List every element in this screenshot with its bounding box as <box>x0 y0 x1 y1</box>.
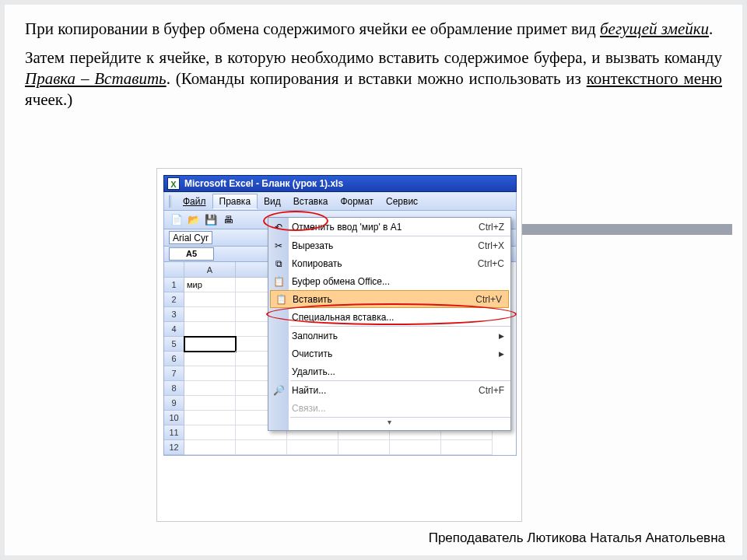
menu-item-paste-special[interactable]: Специальная вставка... <box>268 308 510 326</box>
menu-service[interactable]: Сервис <box>380 194 424 208</box>
scissors-icon: ✂ <box>272 240 286 251</box>
submenu-arrow-icon: ▶ <box>499 332 504 340</box>
col-header-a[interactable]: A <box>184 262 236 278</box>
copy-icon: ⧉ <box>272 258 286 269</box>
save-icon[interactable]: 💾 <box>203 212 219 228</box>
menu-view[interactable]: Вид <box>258 194 287 208</box>
cell[interactable] <box>184 425 236 440</box>
title-bar: X Microsoft Excel - Бланк (урок 1).xls <box>163 175 517 192</box>
menu-item-copy[interactable]: ⧉ Копировать Ctrl+C <box>268 254 510 272</box>
para1-em: бегущей змейки <box>600 19 709 38</box>
para2-text: Затем перейдите к ячейке, в которую необ… <box>25 48 722 67</box>
row-header[interactable]: 4 <box>164 322 184 337</box>
menu-item-clipboard[interactable]: 📋 Буфер обмена Office... <box>268 272 510 290</box>
cell[interactable] <box>184 381 236 396</box>
para2-em1: Правка – Вставить <box>25 69 167 88</box>
cell-a5-active[interactable] <box>184 337 236 352</box>
select-all-corner[interactable] <box>164 262 184 278</box>
row-header[interactable]: 3 <box>164 307 184 322</box>
undo-icon: ↶ <box>272 222 286 233</box>
slide-text: При копировании в буфер обмена содержимо… <box>25 19 722 118</box>
clipboard-icon: 📋 <box>272 276 286 287</box>
menu-item-cut[interactable]: ✂ Вырезать Ctrl+X <box>268 236 510 254</box>
row-header[interactable]: 6 <box>164 352 184 366</box>
cell[interactable] <box>184 352 236 366</box>
print-icon[interactable]: 🖶 <box>220 212 236 228</box>
menu-item-paste[interactable]: 📋 Вставить Ctrl+V <box>270 290 509 308</box>
font-name-box[interactable]: Arial Cyr <box>169 231 212 244</box>
title-text: Microsoft Excel - Бланк (урок 1).xls <box>184 178 343 189</box>
row-header[interactable]: 11 <box>164 425 184 440</box>
menu-item-clear[interactable]: Очистить ▶ <box>268 345 510 362</box>
cell[interactable] <box>338 440 390 455</box>
menu-item-fill[interactable]: Заполнить ▶ <box>268 327 510 345</box>
menu-item-find[interactable]: 🔎 Найти... Ctrl+F <box>268 381 510 399</box>
row-header[interactable]: 8 <box>164 381 184 396</box>
cell[interactable] <box>390 440 441 455</box>
footer-author: Преподаватель Лютикова Наталья Анатольев… <box>429 530 725 546</box>
row-header[interactable]: 2 <box>164 292 184 307</box>
row-header[interactable]: 10 <box>164 411 184 425</box>
cell-a1[interactable]: мир <box>184 278 236 292</box>
menu-item-undo[interactable]: ↶ Отменить ввод 'мир' в A1 Ctrl+Z <box>268 218 510 236</box>
excel-icon: X <box>167 177 180 190</box>
open-file-icon[interactable]: 📂 <box>186 212 202 228</box>
cell[interactable] <box>184 292 236 307</box>
name-box[interactable]: A5 <box>169 247 214 261</box>
menu-item-delete[interactable]: Удалить... <box>268 362 510 380</box>
expand-menu-icon[interactable]: ▾ <box>268 418 510 430</box>
cell[interactable] <box>184 396 236 411</box>
row-header[interactable]: 5 <box>164 337 184 352</box>
cell[interactable] <box>184 440 236 455</box>
paste-icon: 📋 <box>274 294 288 305</box>
cell[interactable] <box>236 440 287 455</box>
row-header[interactable]: 7 <box>164 366 184 381</box>
grip-icon <box>169 195 172 208</box>
menu-insert[interactable]: Вставка <box>287 194 335 208</box>
row-header[interactable]: 1 <box>164 278 184 292</box>
row-header[interactable]: 12 <box>164 440 184 455</box>
edit-menu-dropdown: ↶ Отменить ввод 'мир' в A1 Ctrl+Z ✂ Выре… <box>268 217 511 431</box>
menu-item-links: Связи... <box>268 399 510 417</box>
cell[interactable] <box>184 411 236 425</box>
submenu-arrow-icon: ▶ <box>499 350 504 358</box>
menu-bar[interactable]: Файл Правка Вид Вставка Формат Сервис <box>163 192 517 211</box>
cell[interactable] <box>184 307 236 322</box>
menu-format[interactable]: Формат <box>334 194 380 208</box>
cell[interactable] <box>441 440 493 455</box>
menu-edit[interactable]: Правка <box>212 194 258 209</box>
cell[interactable] <box>287 440 338 455</box>
screenshot-panel: X Microsoft Excel - Бланк (урок 1).xls Ф… <box>156 168 522 522</box>
row-header[interactable]: 9 <box>164 396 184 411</box>
cell[interactable] <box>184 322 236 337</box>
cell[interactable] <box>184 366 236 381</box>
menu-file[interactable]: Файл <box>177 194 212 208</box>
para2-em2: контекстного меню <box>587 69 722 88</box>
para1-text: При копировании в буфер обмена содержимо… <box>25 19 600 38</box>
binoculars-icon: 🔎 <box>272 385 286 396</box>
new-file-icon[interactable]: 📄 <box>169 212 184 228</box>
